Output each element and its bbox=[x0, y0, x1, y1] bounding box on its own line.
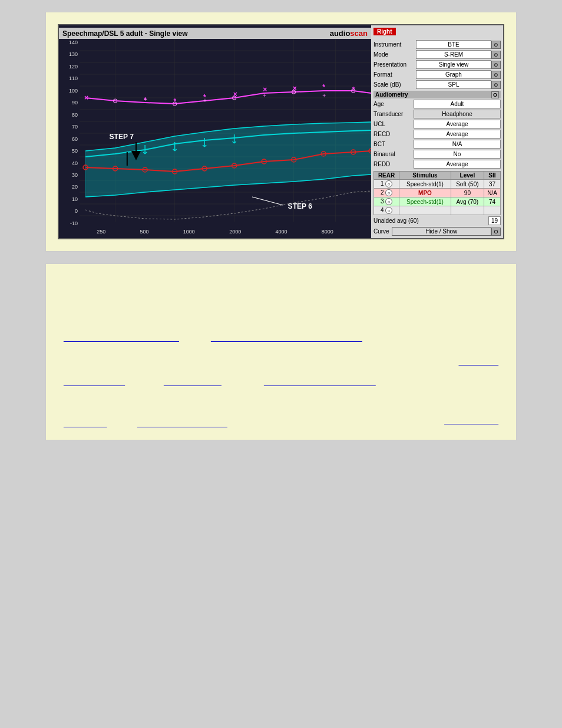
bottom-link-2[interactable]: ________________________________________… bbox=[211, 335, 362, 342]
rear-row3-circle[interactable]: ○ bbox=[385, 198, 392, 205]
rear-row2-num: 2 ○ bbox=[374, 189, 399, 197]
audiometry-header: Audiometry O bbox=[373, 91, 501, 98]
audiometry-value-transducer[interactable]: Headphone bbox=[414, 110, 501, 118]
hide-show-button[interactable]: Hide / Show bbox=[392, 227, 491, 236]
bottom-link-5[interactable]: ________________ bbox=[164, 379, 222, 386]
unaided-row: Unaided avg (60) 19 bbox=[373, 216, 501, 225]
noise-floor-line bbox=[85, 191, 371, 219]
audioscan-logo: audioscan bbox=[330, 29, 368, 38]
audiometry-value-ucl: Average bbox=[414, 120, 501, 129]
rear-row4-circle[interactable]: ○ bbox=[385, 207, 392, 214]
rear-row3-level: Avg (70) bbox=[451, 197, 484, 206]
param-row-scale: Scale (dB) SPL ⊙ bbox=[373, 80, 501, 89]
rear-th-stimulus: Stimulus bbox=[399, 172, 451, 180]
audiometry-value-redd: Average bbox=[414, 160, 501, 169]
unaided-label: Unaided avg (60) bbox=[373, 218, 488, 224]
audiometry-row-age: Age Adult bbox=[373, 100, 501, 108]
bottom-link-3[interactable]: ___________ bbox=[459, 358, 498, 365]
rear-th-level: Level bbox=[451, 172, 484, 180]
param-value-instrument: BTE bbox=[416, 40, 491, 49]
audiometry-row-redd: REDD Average bbox=[373, 160, 501, 169]
x-axis: 250 500 1000 2000 4000 8000 bbox=[59, 228, 371, 236]
step6-label: STEP 6 bbox=[288, 202, 313, 210]
svg-text:×: × bbox=[84, 94, 88, 102]
audiometry-label-recd: RECD bbox=[373, 131, 414, 137]
bottom-section: ________________________________ _______… bbox=[45, 263, 517, 440]
graph-title-text: Speechmap/DSL 5 adult - Single view bbox=[62, 29, 188, 38]
audiometry-row-recd: RECD Average bbox=[373, 130, 501, 139]
rear-row1-circle[interactable]: ○ bbox=[385, 180, 392, 187]
rear-row2-level: 90 bbox=[451, 189, 484, 197]
audiometry-btn[interactable]: O bbox=[491, 91, 499, 98]
audiometry-label-ucl: UCL bbox=[373, 121, 414, 127]
audiometry-value-bct: N/A bbox=[414, 140, 501, 149]
param-label-mode: Mode bbox=[373, 51, 416, 58]
svg-text:+: + bbox=[203, 97, 207, 104]
params-section: Instrument BTE ⊙ Mode S-REM ⊙ Presentati… bbox=[373, 40, 501, 89]
mpo-line bbox=[85, 91, 371, 104]
audiometry-row-bct: BCT N/A bbox=[373, 140, 501, 149]
bottom-link-8[interactable]: ____________ bbox=[64, 420, 107, 427]
audiometry-value-binaural: No bbox=[414, 150, 501, 159]
audiometry-value-age: Adult bbox=[414, 100, 501, 108]
rear-row2-sii: N/A bbox=[484, 189, 500, 197]
graph-canvas: 140 130 120 110 100 90 80 70 60 50 40 30… bbox=[59, 39, 371, 228]
rear-row-1: 1 ○ Speech-std(1) Soft (50) 37 bbox=[374, 180, 501, 189]
speechmap-panel: Speechmap/DSL 5 adult - Single view audi… bbox=[58, 24, 504, 239]
rear-th-rear: REAR bbox=[374, 172, 399, 180]
bottom-link-1[interactable]: ________________________________ bbox=[64, 335, 179, 342]
rear-row3-num: 3 ○ bbox=[374, 197, 399, 206]
svg-text:*: * bbox=[174, 97, 177, 106]
rear-row-3: 3 ○ Speech-std(1) Avg (70) 74 bbox=[374, 197, 501, 206]
param-row-mode: Mode S-REM ⊙ bbox=[373, 50, 501, 59]
param-label-scale: Scale (dB) bbox=[373, 81, 416, 88]
rear-row1-level: Soft (50) bbox=[451, 180, 484, 189]
audiometry-label-binaural: Binaural bbox=[373, 151, 414, 157]
param-row-presentation: Presentation Single view ⊙ bbox=[373, 60, 501, 69]
rear-table: REAR Stimulus Level SII 1 ○ Speech-std(1… bbox=[373, 171, 501, 215]
rear-row3-sii: 74 bbox=[484, 197, 500, 206]
param-dropdown-scale[interactable]: ⊙ bbox=[491, 81, 501, 89]
audiometry-value-recd: Average bbox=[414, 130, 501, 139]
graph-title-bar: Speechmap/DSL 5 adult - Single view audi… bbox=[59, 28, 371, 39]
audiometry-label-redd: REDD bbox=[373, 161, 414, 167]
right-button[interactable]: Right bbox=[373, 28, 396, 35]
param-value-mode: S-REM bbox=[416, 50, 491, 59]
rear-row4-stimulus bbox=[399, 206, 451, 215]
rear-row-2: 2 ○ MPO 90 N/A bbox=[374, 189, 501, 197]
svg-text:+: + bbox=[322, 93, 326, 99]
param-value-scale: SPL bbox=[416, 80, 491, 89]
bottom-link-7[interactable]: _______________ bbox=[444, 417, 498, 424]
rear-row3-stimulus: Speech-std(1) bbox=[399, 197, 451, 206]
svg-text:+: + bbox=[144, 96, 147, 103]
curve-dropdown[interactable]: O bbox=[491, 228, 501, 236]
bottom-link-6[interactable]: _______________________________ bbox=[264, 379, 376, 386]
bottom-link-9[interactable]: _________________________ bbox=[137, 420, 227, 427]
asterisk-markers: × * * * × × × * * bbox=[84, 83, 355, 106]
param-label-presentation: Presentation bbox=[373, 61, 416, 68]
rear-row2-circle[interactable]: ○ bbox=[385, 189, 392, 196]
rear-row4-level bbox=[451, 206, 484, 215]
svg-text:+: + bbox=[263, 93, 266, 99]
rear-row1-num: 1 ○ bbox=[374, 180, 399, 189]
rear-row-4: 4 ○ bbox=[374, 206, 501, 215]
bottom-link-4[interactable]: _________________ bbox=[64, 379, 125, 386]
step7-label: STEP 7 bbox=[110, 133, 134, 141]
rear-th-sii: SII bbox=[484, 172, 500, 180]
rear-row4-sii bbox=[484, 206, 500, 215]
curve-row: Curve Hide / Show O bbox=[373, 227, 501, 236]
graph-area: Speechmap/DSL 5 adult - Single view audi… bbox=[59, 25, 371, 238]
param-row-instrument: Instrument BTE ⊙ bbox=[373, 40, 501, 49]
param-dropdown-presentation[interactable]: ⊙ bbox=[491, 61, 501, 69]
param-value-format: Graph bbox=[416, 70, 491, 79]
param-dropdown-instrument[interactable]: ⊙ bbox=[491, 41, 501, 49]
audiometry-row-transducer: Transducer Headphone bbox=[373, 110, 501, 118]
param-row-format: Format Graph ⊙ bbox=[373, 70, 501, 79]
param-dropdown-mode[interactable]: ⊙ bbox=[491, 51, 501, 59]
svg-text:×: × bbox=[293, 84, 297, 93]
audiometry-row-ucl: UCL Average bbox=[373, 120, 501, 129]
param-dropdown-format[interactable]: ⊙ bbox=[491, 71, 501, 79]
audiometry-section: Age Adult Transducer Headphone UCL Avera… bbox=[373, 100, 501, 169]
right-panel: Right Instrument BTE ⊙ Mode S-REM ⊙ Pres… bbox=[371, 25, 503, 238]
audiometry-row-binaural: Binaural No bbox=[373, 150, 501, 159]
